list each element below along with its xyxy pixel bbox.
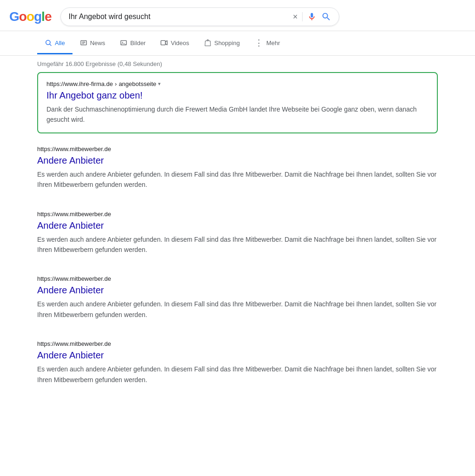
videos-tab-icon bbox=[160, 39, 168, 46]
tab-alle[interactable]: Alle bbox=[37, 33, 73, 54]
search-input[interactable] bbox=[68, 13, 288, 21]
featured-result-url: https://www.ihre-firma.de › angebotsseit… bbox=[46, 80, 429, 87]
featured-result: https://www.ihre-firma.de › angebotsseit… bbox=[37, 72, 438, 133]
mehr-dots-icon: ⋮ bbox=[255, 38, 264, 48]
competitor-url-text-0: https://www.mitbewerber.de bbox=[37, 145, 111, 152]
tab-bilder[interactable]: Bilder bbox=[112, 33, 153, 54]
svg-line-1 bbox=[50, 44, 51, 46]
news-tab-icon bbox=[80, 39, 87, 46]
competitor-snippet-2: Es werden auch andere Anbieter gefunden.… bbox=[37, 299, 438, 320]
competitor-title-3[interactable]: Andere Anbieter bbox=[37, 349, 438, 361]
competitor-result-2: https://www.mitbewerber.de Andere Anbiet… bbox=[37, 267, 438, 328]
featured-result-snippet: Dank der Suchmaschinenoptimierung durch … bbox=[46, 104, 429, 125]
competitor-result-0: https://www.mitbewerber.de Andere Anbiet… bbox=[37, 137, 438, 198]
tab-alle-label: Alle bbox=[55, 40, 65, 46]
tab-videos-label: Videos bbox=[171, 40, 189, 46]
logo-letter-o2: o bbox=[26, 9, 34, 24]
mic-icon[interactable] bbox=[307, 12, 317, 21]
logo-letter-o1: o bbox=[19, 9, 26, 24]
featured-url-text: https://www.ihre-firma.de bbox=[46, 80, 113, 87]
search-tab-icon bbox=[45, 39, 52, 46]
logo-letter-g2: g bbox=[34, 9, 41, 24]
tab-shopping[interactable]: Shopping bbox=[197, 33, 247, 54]
tab-news[interactable]: News bbox=[73, 33, 113, 54]
competitor-title-0[interactable]: Andere Anbieter bbox=[37, 154, 438, 166]
tab-news-label: News bbox=[90, 40, 106, 46]
clear-search-icon[interactable]: × bbox=[293, 12, 298, 22]
results-count-text: Umgefähr 16.800 Ergebnisse (0,48 Sekunde… bbox=[37, 60, 162, 67]
competitor-result-1: https://www.mitbewerber.de Andere Anbiet… bbox=[37, 202, 438, 264]
competitor-results: https://www.mitbewerber.de Andere Anbiet… bbox=[37, 137, 438, 393]
svg-rect-8 bbox=[161, 40, 165, 45]
featured-url-dropdown-icon[interactable]: ▾ bbox=[158, 81, 161, 87]
competitor-snippet-1: Es werden auch andere Anbieter gefunden.… bbox=[37, 234, 438, 255]
shopping-tab-icon bbox=[204, 39, 211, 46]
featured-url-separator: › bbox=[115, 80, 117, 87]
search-submit-icon[interactable] bbox=[321, 12, 331, 22]
tab-videos[interactable]: Videos bbox=[153, 33, 197, 54]
competitor-snippet-3: Es werden auch andere Anbieter gefunden.… bbox=[37, 364, 438, 385]
bilder-tab-icon bbox=[120, 39, 127, 46]
header: Google × bbox=[0, 0, 475, 31]
logo-letter-e: e bbox=[45, 9, 52, 24]
competitor-url-0: https://www.mitbewerber.de bbox=[37, 145, 438, 152]
competitor-url-text-3: https://www.mitbewerber.de bbox=[37, 340, 111, 347]
search-bar: × bbox=[60, 7, 339, 26]
featured-url-path: angebotsseite bbox=[119, 80, 156, 87]
svg-point-7 bbox=[122, 42, 123, 43]
competitor-snippet-0: Es werden auch andere Anbieter gefunden.… bbox=[37, 169, 438, 190]
divider bbox=[302, 12, 303, 21]
search-bar-icons: × bbox=[293, 12, 332, 22]
tab-mehr[interactable]: ⋮ Mehr bbox=[247, 31, 288, 56]
competitor-url-text-1: https://www.mitbewerber.de bbox=[37, 211, 111, 218]
featured-result-title[interactable]: Ihr Angebot ganz oben! bbox=[46, 89, 429, 101]
search-results: https://www.ihre-firma.de › angebotsseit… bbox=[0, 72, 475, 393]
competitor-result-3: https://www.mitbewerber.de Andere Anbiet… bbox=[37, 332, 438, 393]
tab-mehr-label: Mehr bbox=[266, 40, 280, 46]
competitor-url-text-2: https://www.mitbewerber.de bbox=[37, 275, 111, 282]
competitor-url-3: https://www.mitbewerber.de bbox=[37, 340, 438, 347]
tabs-bar: Alle News Bilder Videos Shopping ⋮ M bbox=[0, 31, 475, 56]
logo-letter-l: l bbox=[41, 9, 45, 24]
competitor-title-1[interactable]: Andere Anbieter bbox=[37, 219, 438, 231]
results-info: Umgefähr 16.800 Ergebnisse (0,48 Sekunde… bbox=[0, 56, 475, 72]
tab-bilder-label: Bilder bbox=[130, 40, 145, 46]
logo-letter-g: G bbox=[9, 9, 19, 24]
competitor-url-2: https://www.mitbewerber.de bbox=[37, 275, 438, 282]
competitor-url-1: https://www.mitbewerber.de bbox=[37, 211, 438, 218]
tab-shopping-label: Shopping bbox=[214, 40, 240, 46]
competitor-title-2[interactable]: Andere Anbieter bbox=[37, 284, 438, 296]
google-logo[interactable]: Google bbox=[9, 9, 51, 24]
